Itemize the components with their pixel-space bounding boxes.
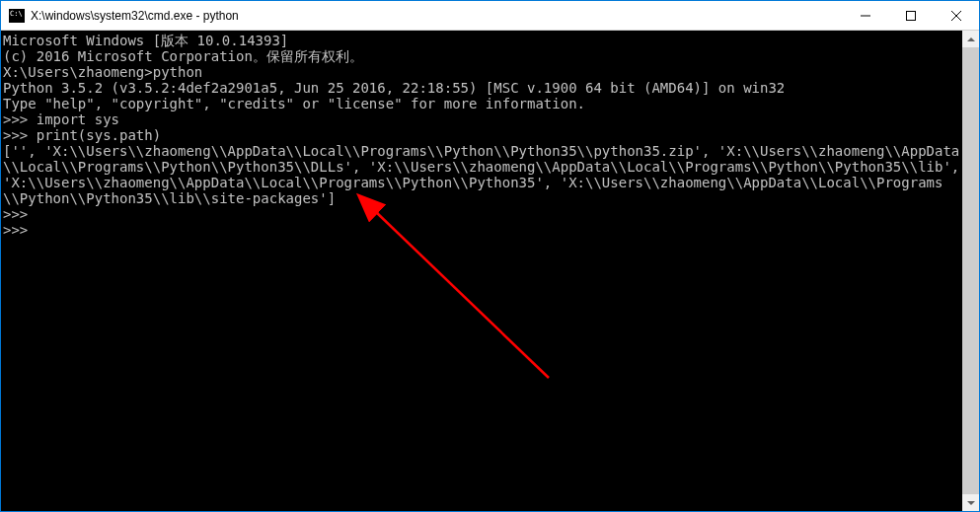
titlebar[interactable]: X:\windows\system32\cmd.exe - python [1, 1, 979, 31]
scroll-down-button[interactable] [962, 494, 979, 511]
window-title: X:\windows\system32\cmd.exe - python [31, 9, 843, 23]
minimize-button[interactable] [843, 1, 888, 30]
vertical-scrollbar[interactable] [962, 31, 979, 511]
terminal-line: >>> [3, 206, 962, 222]
terminal-line: Python 3.5.2 (v3.5.2:4def2a2901a5, Jun 2… [3, 80, 962, 96]
terminal-line: X:\Users\zhaomeng>python [3, 64, 962, 80]
chevron-up-icon [967, 37, 975, 41]
terminal-line: >>> print(sys.path) [3, 127, 962, 143]
maximize-icon [906, 11, 916, 21]
scroll-up-button[interactable] [962, 31, 979, 47]
terminal-output[interactable]: Microsoft Windows [版本 10.0.14393](c) 201… [1, 31, 962, 511]
terminal-container: Microsoft Windows [版本 10.0.14393](c) 201… [1, 31, 979, 511]
svg-rect-1 [907, 11, 916, 20]
terminal-line: Microsoft Windows [版本 10.0.14393] [3, 33, 962, 48]
terminal-line: ['', 'X:\\Users\\zhaomeng\\AppData\\Loca… [3, 143, 962, 206]
scrollbar-thumb[interactable] [962, 47, 979, 494]
minimize-icon [861, 11, 870, 21]
terminal-line: >>> import sys [3, 111, 962, 127]
terminal-line: (c) 2016 Microsoft Corporation。保留所有权利。 [3, 48, 962, 64]
cmd-icon [9, 9, 25, 23]
cmd-window: X:\windows\system32\cmd.exe - python Mic… [0, 0, 980, 512]
terminal-line: >>> [3, 222, 962, 238]
maximize-button[interactable] [888, 1, 934, 30]
close-button[interactable] [934, 1, 979, 30]
chevron-down-icon [967, 501, 975, 505]
close-icon [951, 11, 961, 21]
window-controls [843, 1, 979, 30]
scrollbar-track[interactable] [962, 47, 979, 494]
terminal-line: Type "help", "copyright", "credits" or "… [3, 96, 962, 111]
